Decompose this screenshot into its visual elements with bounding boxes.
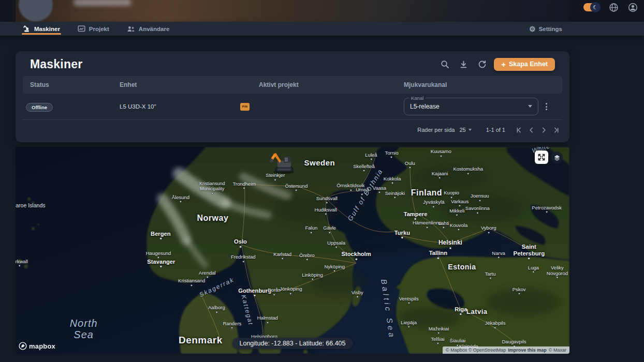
map-label: Kuusamo <box>431 149 451 154</box>
map-label: Trondheim <box>232 182 256 187</box>
map-label: Umeå <box>356 187 369 192</box>
map-fullscreen-button[interactable] <box>535 150 548 164</box>
mapbox-logo[interactable]: mapbox <box>19 342 55 350</box>
coordinates-readout: Longitude: -12.883 - Latitude: 66.405 <box>232 338 353 349</box>
project-icon <box>78 25 85 32</box>
map-label: Varkaus <box>451 199 469 204</box>
create-device-button[interactable]: + Skapa Enhet <box>494 58 555 71</box>
map-label: Nyköping <box>325 264 345 269</box>
map-label: Kristiansund Municipality <box>199 182 225 192</box>
map[interactable]: SwedenNorwayDenmarkFinlandEstoniaLatviaN… <box>16 147 569 354</box>
theme-toggle[interactable]: ☾ <box>583 3 599 11</box>
download-button[interactable] <box>457 57 470 71</box>
map-label: Stockholm <box>341 251 371 257</box>
machines-panel: Maskiner <box>16 51 569 142</box>
map-label: Kostomuksha <box>453 167 483 172</box>
map-label: Kokkola <box>384 176 401 182</box>
column-status: Status <box>23 81 120 88</box>
map-label: Turku <box>394 230 410 236</box>
chevron-left-icon <box>528 126 535 134</box>
map-label: Daugavpils <box>502 339 526 344</box>
map-label: Haugesund <box>146 251 171 256</box>
map-label: Oslo <box>234 238 247 245</box>
map-label: Veliky Novgorod <box>547 265 568 276</box>
channel-select[interactable]: Kanal L5-release <box>404 98 538 115</box>
refresh-button[interactable] <box>475 57 489 71</box>
tab-maskiner[interactable]: Maskiner <box>23 22 60 36</box>
map-label: Petrozavodsk <box>532 205 562 210</box>
first-page-button[interactable] <box>513 124 525 136</box>
map-label: Savonlinna <box>465 206 490 211</box>
app-header: ☾ <box>0 0 644 22</box>
attribution-improve-link[interactable]: Improve this map <box>508 348 547 353</box>
map-label: Randers <box>223 321 241 326</box>
map-label: Šiauliai <box>450 338 466 343</box>
layers-icon <box>553 154 561 161</box>
account-circle-icon <box>628 3 638 12</box>
map-label: Örebro <box>299 253 315 258</box>
account-button[interactable] <box>628 3 638 12</box>
gear-icon: ⚙ <box>529 25 536 33</box>
map-attribution: © Mapbox © OpenStreetMap Improve this ma… <box>443 346 569 354</box>
map-label: Stavanger <box>147 259 175 265</box>
device-cell: L5 U3D-X 10" PIN <box>120 103 259 111</box>
attribution-sources[interactable]: © Mapbox © OpenStreetMap <box>446 348 506 353</box>
map-label: Luleå <box>365 153 377 158</box>
map-label: Gävle <box>323 225 336 231</box>
map-label: Ålesund <box>172 195 189 200</box>
machine-marker[interactable] <box>269 153 298 176</box>
map-label: Kattegat <box>240 294 254 326</box>
map-label: Gulf of Bothnia <box>346 168 385 222</box>
map-label: Mažeikiai <box>429 326 449 331</box>
moon-icon: ☾ <box>590 2 601 12</box>
column-enhet: Enhet <box>120 81 259 88</box>
org-name-blurred <box>74 0 131 6</box>
rows-per-page-select[interactable]: 25 <box>459 127 471 133</box>
machines-table: Status Enhet Aktivt projekt Mjukvarukana… <box>23 76 562 137</box>
map-label: Jyväskylä <box>423 200 444 205</box>
first-page-icon <box>515 126 523 134</box>
pagination-bar: Rader per sida 25 1-1 of 1 <box>23 120 562 137</box>
map-label: Joensuu <box>471 193 489 199</box>
table-header-row: Status Enhet Aktivt projekt Mjukvarukana… <box>23 76 562 94</box>
map-label: Bergen <box>151 231 171 237</box>
map-label: Luga <box>528 265 539 270</box>
header-actions: ☾ <box>583 2 638 12</box>
tab-projekt[interactable]: Projekt <box>78 22 109 36</box>
attribution-extra[interactable]: © Maxar <box>549 348 566 353</box>
last-page-icon <box>552 126 560 134</box>
last-page-button[interactable] <box>550 124 562 136</box>
map-label: Aalborg <box>208 305 225 310</box>
map-label: Kuopio <box>444 190 459 195</box>
map-label: Tampere <box>404 211 428 217</box>
mapbox-wordmark: mapbox <box>29 342 55 350</box>
map-label: Baltic Sea <box>379 279 397 340</box>
pin-badge: PIN <box>240 103 250 111</box>
map-layers-button[interactable] <box>551 152 563 163</box>
tab-anvandare[interactable]: Användare <box>127 22 169 36</box>
language-globe-button[interactable] <box>609 3 619 12</box>
map-labels-layer: SwedenNorwayDenmarkFinlandEstoniaLatviaN… <box>16 147 569 354</box>
prev-page-button[interactable] <box>525 124 537 136</box>
search-button[interactable] <box>438 57 451 71</box>
column-aktivt-projekt: Aktivt projekt <box>259 81 404 88</box>
map-label: Riga <box>455 306 467 312</box>
map-label: Kirkwall <box>16 259 28 264</box>
map-label: Vaasa <box>373 186 386 191</box>
row-menu-button[interactable] <box>544 101 549 112</box>
channel-select-label: Kanal <box>409 95 426 101</box>
map-label: Denmark <box>179 335 223 346</box>
table-row[interactable]: Offline L5 U3D-X 10" PIN Kanal L5-releas… <box>23 94 562 120</box>
tab-label: Projekt <box>89 26 109 32</box>
map-label: Pskov <box>513 287 526 292</box>
map-label: Kajaani <box>432 171 448 176</box>
map-label: Örnsköldsvik <box>336 183 364 188</box>
map-label: Mikkeli <box>449 208 464 214</box>
map-label: Jönköping <box>280 286 302 292</box>
tab-label: Maskiner <box>34 26 60 32</box>
download-icon <box>459 60 468 69</box>
map-label: Karlstad <box>273 252 291 257</box>
settings-label: Settings <box>539 26 562 32</box>
next-page-button[interactable] <box>537 124 550 136</box>
settings-button[interactable]: ⚙ Settings <box>529 25 562 33</box>
